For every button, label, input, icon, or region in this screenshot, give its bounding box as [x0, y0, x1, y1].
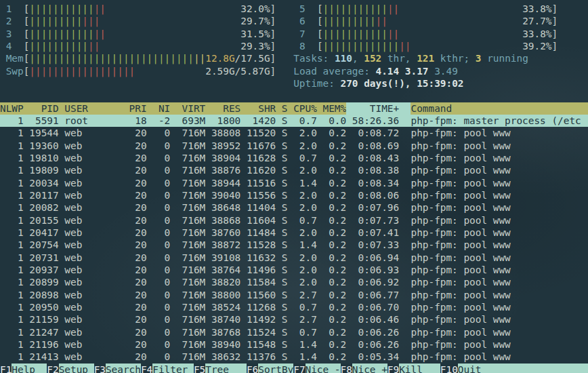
fkey-label-setup[interactable]: Setup — [59, 364, 94, 373]
cpu-3-value: 31.5% — [240, 28, 270, 40]
cpu-6-label: 6 — [293, 15, 317, 27]
process-row[interactable]: 1 20950 web 20 0 716M 38524 11268 S 0.7 … — [0, 301, 588, 313]
fkey-label-help[interactable]: Help — [12, 364, 47, 373]
gap — [0, 77, 293, 90]
fkey-f9[interactable]: F9 — [387, 364, 399, 373]
cpu-3-bar-red: || — [94, 28, 106, 40]
process-row[interactable]: 1 21196 web 20 0 716M 38940 11548 S 1.4 … — [0, 338, 588, 351]
fkey-label-quit[interactable]: Quit — [458, 364, 587, 373]
process-row-text[interactable]: 1 20731 web 20 0 716M 39108 11632 S 2.0 … — [0, 252, 587, 264]
process-row-text[interactable]: 1 19809 web 20 0 716M 38876 11620 S 2.0 … — [0, 164, 587, 176]
process-row[interactable]: 1 20731 web 20 0 716M 39108 11632 S 2.0 … — [0, 252, 588, 264]
mem-bar-green: |||||||||||||||||||||||||||| — [29, 52, 194, 64]
process-row-text[interactable]: 1 19810 web 20 0 716M 38904 11628 S 0.7 … — [0, 152, 587, 164]
process-row[interactable]: 1 20937 web 20 0 716M 38764 11496 S 2.0 … — [0, 264, 588, 276]
fkey-f3[interactable]: F3 — [94, 364, 106, 373]
process-row-text[interactable]: 1 20117 web 20 0 716M 39040 11556 S 2.0 … — [0, 189, 587, 201]
fkey-f5[interactable]: F5 — [194, 364, 205, 373]
process-row[interactable]: 1 20899 web 20 0 716M 38820 11584 S 2.0 … — [0, 276, 588, 288]
cpu-7-pad — [399, 28, 522, 40]
cpu-5-pad — [399, 3, 522, 15]
process-row-text[interactable]: 1 20155 web 20 0 716M 38868 11604 S 0.7 … — [0, 214, 587, 227]
htop-terminal: 1 [||||||||||||| 32.0%] 5 [|||||||||||||… — [0, 0, 588, 373]
process-row-text[interactable]: 1 21247 web 20 0 716M 38768 11524 S 0.7 … — [0, 326, 587, 338]
mem-bracket-close: ] — [270, 52, 276, 64]
process-row[interactable]: 1 19810 web 20 0 716M 38904 11628 S 0.7 … — [0, 152, 588, 164]
process-row[interactable]: 1 20117 web 20 0 716M 39040 11556 S 2.0 … — [0, 189, 588, 201]
process-row-text[interactable]: 1 19360 web 20 0 716M 38952 11676 S 2.0 … — [0, 140, 587, 152]
gap — [276, 52, 293, 64]
cpu-6-bracket-open: [ — [317, 15, 323, 27]
process-row[interactable]: 1 20082 web 20 0 716M 38648 11404 S 2.0 … — [0, 201, 588, 214]
cpu-5-label: 5 — [293, 3, 317, 15]
process-row-text[interactable]: 1 20034 web 20 0 716M 38944 11516 S 1.4 … — [0, 177, 587, 189]
process-row[interactable]: 1 20417 web 20 0 716M 38760 11484 S 2.0 … — [0, 227, 588, 239]
gap — [276, 15, 293, 27]
process-row-text[interactable]: 1 19544 web 20 0 716M 38808 11520 S 2.0 … — [0, 127, 587, 139]
fkey-f1[interactable]: F1 — [0, 364, 12, 373]
fkey-label-tree[interactable]: Tree — [205, 364, 247, 373]
mem-bar-yellow: || — [194, 52, 205, 64]
process-row-text[interactable]: 1 20082 web 20 0 716M 38648 11404 S 2.0 … — [0, 201, 587, 214]
cpu-6-value: 27.7% — [522, 15, 551, 27]
fkey-label-nice+[interactable]: Nice + — [352, 364, 387, 373]
meter-area: 1 [||||||||||||| 32.0%] 5 [|||||||||||||… — [0, 3, 588, 102]
cpu-8-bar-green: ||||||||||||| — [323, 40, 400, 52]
info-segment: Tasks: — [293, 52, 335, 64]
fkey-f2[interactable]: F2 — [47, 364, 58, 373]
cpu-7-bar-red: || — [387, 28, 399, 40]
cpu-7-bracket-close: ] — [552, 28, 558, 40]
column-headers[interactable]: NLWP PID USER PRI NI VIRT RES SHR S CPU%… — [0, 102, 346, 115]
process-row[interactable]: 1 5591 root 18 -2 693M 1800 1420 S 0.7 0… — [0, 115, 588, 127]
process-row-text[interactable]: 1 5591 root 18 -2 693M 1800 1420 S 0.7 0… — [0, 115, 587, 127]
fkey-label-sortby[interactable]: SortBy — [258, 364, 293, 373]
process-row[interactable]: 1 20155 web 20 0 716M 38868 11604 S 0.7 … — [0, 214, 588, 227]
fkey-f7[interactable]: F7 — [293, 364, 305, 373]
cpu-2-bar-red: ||| — [82, 15, 100, 27]
cpu-8-bracket-open: [ — [317, 40, 323, 52]
fkey-f4[interactable]: F4 — [141, 364, 152, 373]
cpu-6-bracket-close: ] — [552, 15, 558, 27]
process-row-text[interactable]: 1 21159 web 20 0 716M 38740 11492 S 2.7 … — [0, 313, 587, 326]
fkey-label-kill[interactable]: Kill — [399, 364, 440, 373]
sort-column-header-time[interactable]: TIME+ — [346, 102, 411, 115]
process-row-text[interactable]: 1 20950 web 20 0 716M 38524 11268 S 0.7 … — [0, 301, 587, 313]
column-header-command[interactable]: Command — [411, 102, 587, 115]
process-row[interactable]: 1 20754 web 20 0 716M 38872 11528 S 1.4 … — [0, 239, 588, 251]
cpu-3-bracket-close: ] — [270, 28, 276, 40]
process-row-text[interactable]: 1 21196 web 20 0 716M 38940 11548 S 1.4 … — [0, 338, 587, 351]
process-row-text[interactable]: 1 20417 web 20 0 716M 38760 11484 S 2.0 … — [0, 227, 587, 239]
cpu-8-value: 39.2% — [522, 40, 551, 52]
fkey-label-filter[interactable]: Filter — [152, 364, 194, 373]
fkey-f6[interactable]: F6 — [247, 364, 258, 373]
fkey-label-nice-[interactable]: Nice - — [306, 364, 341, 373]
process-row[interactable]: 1 20898 web 20 0 716M 38800 11560 S 2.7 … — [0, 289, 588, 301]
fkey-f10[interactable]: F10 — [440, 364, 458, 373]
process-row[interactable]: 1 20034 web 20 0 716M 38944 11516 S 1.4 … — [0, 177, 588, 189]
process-row[interactable]: 1 19544 web 20 0 716M 38808 11520 S 2.0 … — [0, 127, 588, 139]
cpu-4-bar-red: || — [88, 40, 100, 52]
process-row[interactable]: 1 21247 web 20 0 716M 38768 11524 S 0.7 … — [0, 326, 588, 338]
process-row[interactable]: 1 21413 web 20 0 716M 38632 11376 S 1.4 … — [0, 351, 588, 363]
process-row-text[interactable]: 1 20937 web 20 0 716M 38764 11496 S 2.0 … — [0, 264, 587, 276]
process-row[interactable]: 1 21159 web 20 0 716M 38740 11492 S 2.7 … — [0, 313, 588, 326]
table-header-row[interactable]: NLWP PID USER PRI NI VIRT RES SHR S CPU%… — [0, 102, 588, 115]
cpu-5-bracket-close: ] — [552, 3, 558, 15]
process-row[interactable]: 1 19360 web 20 0 716M 38952 11676 S 2.0 … — [0, 140, 588, 152]
fkey-label-search[interactable]: Search — [106, 364, 141, 373]
gap — [276, 65, 293, 77]
cpu-4-value: 29.3% — [240, 40, 270, 52]
process-row-text[interactable]: 1 21413 web 20 0 716M 38632 11376 S 1.4 … — [0, 351, 587, 363]
info-segment: 3.49 — [434, 65, 458, 77]
mem-value: /17.5G — [235, 52, 270, 64]
info-segment: thr, — [381, 52, 417, 64]
cpu-3-bracket-open: [ — [24, 28, 30, 40]
info-segment: Uptime: — [293, 77, 340, 90]
cpu-6-pad — [387, 15, 522, 27]
process-row[interactable]: 1 19809 web 20 0 716M 38876 11620 S 2.0 … — [0, 164, 588, 176]
process-row-text[interactable]: 1 20754 web 20 0 716M 38872 11528 S 1.4 … — [0, 239, 587, 251]
process-row-text[interactable]: 1 20898 web 20 0 716M 38800 11560 S 2.7 … — [0, 289, 587, 301]
swap-bar-red: |||||||||||||||||| — [29, 65, 135, 77]
fkey-f8[interactable]: F8 — [341, 364, 352, 373]
process-row-text[interactable]: 1 20899 web 20 0 716M 38820 11584 S 2.0 … — [0, 276, 587, 288]
